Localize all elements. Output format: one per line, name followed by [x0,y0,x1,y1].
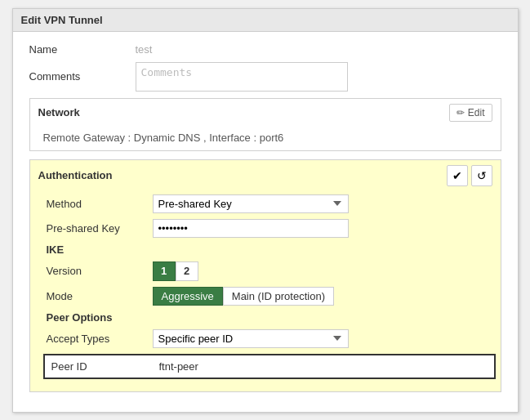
method-row: Method Pre-shared Key Certificate XAuth [47,194,492,213]
version-label: Version [47,265,153,277]
peer-id-label: Peer ID [48,360,154,373]
version-1-button[interactable]: 1 [153,261,176,281]
peer-options-label: Peer Options [47,311,153,324]
refresh-icon: ↺ [477,169,487,182]
psk-label: Pre-shared Key [47,222,153,235]
peer-id-row: Peer ID [43,354,496,379]
network-section: Network ✏ Edit Remote Gateway : Dynamic … [29,98,501,151]
network-title: Network [38,106,80,118]
mode-main-button[interactable]: Main (ID protection) [223,287,334,306]
auth-icon-buttons: ✔ ↺ [447,165,492,186]
psk-input[interactable] [153,219,349,238]
mode-label: Mode [47,290,153,302]
auth-title: Authentication [38,169,113,181]
psk-row: Pre-shared Key [47,219,492,238]
comments-row: Comments [29,62,501,92]
network-content: Remote Gateway : Dynamic DNS , Interface… [30,127,501,150]
network-header: Network ✏ Edit [30,99,501,127]
peer-options-row: Peer Options [47,311,492,324]
method-select[interactable]: Pre-shared Key Certificate XAuth [153,194,349,213]
window-title: Edit VPN Tunnel [13,9,518,32]
comments-label: Comments [29,70,136,83]
auth-header: Authentication ✔ ↺ [30,160,501,191]
mode-row: Mode Aggressive Main (ID protection) [47,287,492,306]
check-button[interactable]: ✔ [447,165,468,186]
version-2-button[interactable]: 2 [176,261,198,281]
ike-row: IKE [47,244,492,256]
comments-input[interactable] [136,62,348,92]
method-label: Method [47,198,153,210]
name-label: Name [29,43,136,56]
mode-aggressive-button[interactable]: Aggressive [153,287,223,306]
ike-label: IKE [47,244,153,256]
accept-types-row: Accept Types Any Specific peer ID Dialup… [47,329,492,348]
pencil-icon: ✏ [457,107,465,118]
authentication-section: Authentication ✔ ↺ Method Pre-shared Key [29,159,501,392]
accept-types-label: Accept Types [47,333,153,345]
auth-content: Method Pre-shared Key Certificate XAuth … [30,191,501,391]
edit-vpn-tunnel-window: Edit VPN Tunnel Name test Comments Netwo… [12,8,519,413]
check-icon: ✔ [452,169,462,182]
remote-gateway-label: Remote Gateway : Dynamic DNS [43,132,201,144]
version-row: Version 1 2 [47,261,492,281]
accept-types-select[interactable]: Any Specific peer ID Dialup group [153,329,349,348]
version-buttons: 1 2 [153,261,198,281]
refresh-button[interactable]: ↺ [471,165,492,186]
name-row: Name test [29,43,501,56]
peer-id-input[interactable] [154,358,491,375]
name-value: test [136,43,153,56]
mode-buttons: Aggressive Main (ID protection) [153,287,334,306]
interface-label: , Interface : port6 [203,132,283,144]
network-edit-button[interactable]: ✏ Edit [449,104,492,122]
